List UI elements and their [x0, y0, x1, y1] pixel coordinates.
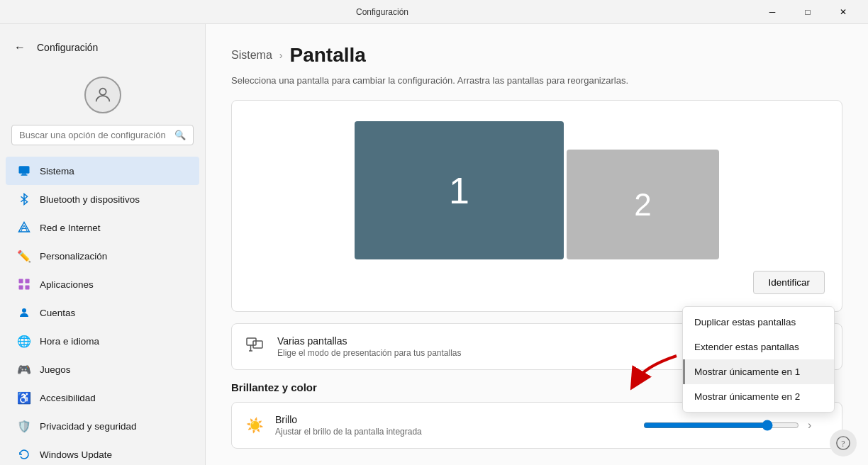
sidebar-item-juegos-label: Juegos	[40, 364, 71, 375]
breadcrumb: Sistema › Pantalla	[231, 44, 842, 67]
brillo-slider[interactable]	[643, 420, 799, 431]
sidebar-item-privacidad-label: Privacidad y seguridad	[40, 421, 137, 432]
sidebar-item-red-label: Red e Internet	[40, 223, 101, 233]
minimize-button[interactable]: ─	[756, 0, 789, 24]
search-input[interactable]	[19, 130, 169, 140]
time-icon: 🌐	[17, 334, 31, 348]
app-title: Configuración	[37, 42, 98, 53]
sidebar-item-sistema-label: Sistema	[40, 166, 74, 177]
svg-rect-7	[19, 286, 23, 290]
varias-pantallas-title: Varias pantallas	[277, 335, 462, 347]
arrow-annotation	[630, 352, 680, 397]
sidebar: ← Configuración 🔍 Sistema	[0, 24, 206, 465]
sidebar-item-personalizacion[interactable]: ✏️ Personalización	[6, 242, 199, 270]
brillo-chevron: ›	[808, 419, 811, 432]
sidebar-item-accesibilidad-label: Accesibilidad	[40, 393, 96, 403]
personalize-icon: ✏️	[17, 249, 31, 263]
sidebar-item-hora[interactable]: 🌐 Hora e idioma	[6, 327, 199, 355]
sidebar-item-update-label: Windows Update	[40, 449, 112, 460]
accounts-icon	[17, 306, 31, 320]
sidebar-top: ← Configuración	[0, 33, 205, 68]
monitor-1[interactable]: 1	[355, 121, 564, 259]
context-menu: Duplicar estas pantallas Extender estas …	[682, 306, 835, 413]
sistema-icon	[17, 164, 31, 178]
display-preview-card: 1 2 Identificar Duplicar estas pantallas…	[231, 100, 842, 312]
context-menu-item-duplicar[interactable]: Duplicar estas pantallas	[683, 310, 834, 335]
brillo-icon: ☀️	[246, 417, 264, 434]
search-box[interactable]: 🔍	[11, 125, 194, 145]
sidebar-item-accesibilidad[interactable]: ♿ Accesibilidad	[6, 383, 199, 412]
sidebar-item-privacidad[interactable]: 🛡️ Privacidad y seguridad	[6, 412, 199, 440]
identify-row: Identificar	[249, 271, 825, 294]
windows-hint[interactable]: ?	[830, 430, 857, 456]
sidebar-item-update[interactable]: Windows Update	[6, 440, 199, 465]
breadcrumb-parent: Sistema	[231, 49, 272, 62]
sidebar-item-aplicaciones-label: Aplicaciones	[40, 279, 94, 290]
sidebar-item-personalizacion-label: Personalización	[40, 251, 107, 262]
bluetooth-icon	[17, 192, 31, 206]
svg-rect-1	[19, 166, 30, 174]
varias-pantallas-icon	[246, 336, 266, 357]
varias-pantallas-sub: Elige el modo de presentación para tus p…	[277, 348, 462, 358]
maximize-button[interactable]: □	[791, 0, 824, 24]
svg-rect-8	[26, 286, 30, 290]
sidebar-item-bluetooth[interactable]: Bluetooth y dispositivos	[6, 185, 199, 213]
brillo-sub: Ajustar el brillo de la pantalla integra…	[275, 427, 422, 437]
title-bar: Configuración ─ □ ✕	[0, 0, 868, 24]
sidebar-item-cuentas[interactable]: Cuentas	[6, 298, 199, 327]
svg-rect-3	[21, 174, 28, 176]
avatar-area	[0, 68, 205, 125]
main-content: Sistema › Pantalla Selecciona una pantal…	[206, 24, 868, 465]
avatar[interactable]	[84, 77, 121, 113]
varias-pantallas-text: Varias pantallas Elige el modo de presen…	[277, 335, 462, 358]
svg-rect-12	[253, 341, 262, 348]
brillo-slider-area: ›	[643, 419, 828, 432]
accessibility-icon: ♿	[17, 391, 31, 405]
title-bar-buttons: ─ □ ✕	[756, 0, 859, 24]
close-button[interactable]: ✕	[827, 0, 859, 24]
page-subtitle: Selecciona una pantalla para cambiar la …	[231, 75, 842, 86]
svg-marker-4	[19, 223, 30, 232]
svg-rect-5	[19, 279, 23, 284]
context-menu-item-solo2[interactable]: Mostrar únicamente en 2	[683, 384, 834, 409]
monitors-row: 1 2	[249, 118, 825, 259]
sidebar-item-juegos[interactable]: 🎮 Juegos	[6, 355, 199, 383]
sidebar-item-red[interactable]: Red e Internet	[6, 213, 199, 242]
title-bar-title: Configuración	[9, 7, 756, 17]
brillo-label: Brillo	[275, 414, 422, 425]
svg-point-0	[99, 89, 106, 95]
svg-rect-11	[247, 338, 256, 345]
games-icon: 🎮	[17, 362, 31, 376]
back-button[interactable]: ←	[11, 38, 28, 57]
context-menu-item-extender[interactable]: Extender estas pantallas	[683, 335, 834, 359]
network-icon	[17, 220, 31, 235]
svg-rect-6	[26, 279, 30, 284]
sidebar-item-cuentas-label: Cuentas	[40, 308, 75, 318]
sidebar-item-bluetooth-label: Bluetooth y dispositivos	[40, 194, 140, 205]
update-icon	[17, 447, 31, 461]
brillo-text: Brillo Ajustar el brillo de la pantalla …	[275, 414, 422, 437]
identify-button[interactable]: Identificar	[753, 271, 825, 294]
svg-point-9	[22, 308, 26, 313]
user-icon	[93, 85, 113, 105]
breadcrumb-separator: ›	[279, 50, 283, 61]
sidebar-item-hora-label: Hora e idioma	[40, 336, 99, 347]
search-icon: 🔍	[174, 130, 186, 140]
privacy-icon: 🛡️	[17, 419, 31, 433]
svg-rect-2	[22, 174, 26, 175]
sidebar-item-aplicaciones[interactable]: Aplicaciones	[6, 270, 199, 298]
apps-icon	[17, 277, 31, 291]
breadcrumb-current: Pantalla	[289, 44, 365, 67]
sidebar-item-sistema[interactable]: Sistema	[6, 157, 199, 185]
app-wrapper: ← Configuración 🔍 Sistema	[0, 24, 868, 465]
svg-text:?: ?	[841, 439, 845, 449]
context-menu-item-solo1[interactable]: Mostrar únicamente en 1	[683, 359, 834, 384]
monitor-2[interactable]: 2	[567, 150, 719, 259]
